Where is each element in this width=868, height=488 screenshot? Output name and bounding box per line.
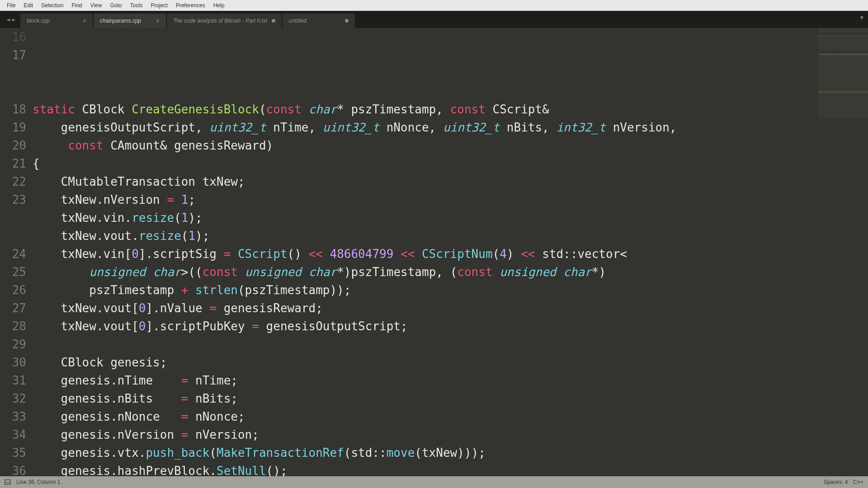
- code-line[interactable]: [33, 82, 814, 100]
- menu-view[interactable]: View: [86, 1, 106, 10]
- code-line[interactable]: txNew.vin[0].scriptSig = CScript() << 48…: [33, 245, 814, 263]
- line-number: 23: [4, 191, 26, 209]
- menu-goto[interactable]: Goto: [106, 1, 126, 10]
- menu-edit[interactable]: Edit: [19, 1, 37, 10]
- code-line[interactable]: const CAmount& genesisReward): [33, 136, 814, 155]
- dirty-indicator-icon: [345, 19, 349, 23]
- menu-tools[interactable]: Tools: [126, 1, 147, 10]
- line-number-gutter: 1617181920212223242526272829303132333435…: [0, 28, 33, 476]
- code-line[interactable]: [33, 335, 814, 353]
- dirty-indicator-icon: [272, 19, 275, 23]
- tab-chainparams-cpp[interactable]: chainparams.cpp×: [94, 14, 166, 28]
- line-number: 35: [4, 444, 26, 462]
- code-line[interactable]: static CBlock CreateGenesisBlock(const c…: [33, 100, 814, 118]
- code-line[interactable]: genesis.nVersion = nVersion;: [33, 426, 814, 444]
- line-number: 30: [4, 353, 26, 371]
- menu-preferences[interactable]: Preferences: [172, 1, 209, 10]
- code-line[interactable]: txNew.nVersion = 1;: [33, 191, 814, 209]
- menu-selection[interactable]: Selection: [37, 1, 67, 10]
- svg-rect-0: [5, 480, 10, 485]
- code-line[interactable]: pszTimestamp + strlen(pszTimestamp));: [33, 281, 814, 299]
- code-line[interactable]: genesis.nNonce = nNonce;: [33, 408, 814, 426]
- close-tab-icon[interactable]: ×: [83, 17, 86, 24]
- tab-label: The code analysis of Bitcoin - Part II.t…: [173, 18, 267, 24]
- tab-bar: ◄ ► block.cpp×chainparams.cpp×The code a…: [0, 11, 868, 28]
- status-language[interactable]: C++: [853, 479, 863, 485]
- line-number: 34: [4, 426, 26, 444]
- menu-bar: FileEditSelectionFindViewGotoToolsProjec…: [0, 0, 868, 11]
- line-number: [4, 227, 26, 245]
- close-tab-icon[interactable]: ×: [156, 17, 160, 24]
- line-number: 21: [4, 155, 26, 173]
- tab-nav-arrows[interactable]: ◄ ►: [2, 11, 20, 28]
- line-number: [4, 209, 26, 227]
- line-number: 33: [4, 408, 26, 426]
- line-number: 20: [4, 136, 26, 155]
- line-number: 25: [4, 263, 26, 281]
- tab-the-code-analysis-of-bitcoin-part-ii-txt[interactable]: The code analysis of Bitcoin - Part II.t…: [167, 14, 282, 28]
- code-line[interactable]: txNew.vin.resize(1);: [33, 209, 814, 227]
- tab-overflow-icon[interactable]: ▼: [860, 14, 863, 21]
- code-line[interactable]: genesis.nTime = nTime;: [33, 371, 814, 389]
- code-line[interactable]: CMutableTransaction txNew;: [33, 173, 814, 191]
- menu-file[interactable]: File: [3, 1, 19, 10]
- nav-forward-icon[interactable]: ►: [11, 16, 16, 23]
- line-number: 27: [4, 299, 26, 317]
- status-cursor-position: Line 36, Column 1: [16, 479, 60, 485]
- code-line[interactable]: genesis.hashPrevBlock.SetNull();: [33, 462, 814, 476]
- line-number: 17: [4, 46, 26, 64]
- nav-back-icon[interactable]: ◄: [5, 16, 11, 23]
- tab-label: chainparams.cpp: [100, 18, 141, 24]
- code-line[interactable]: genesis.vtx.push_back(MakeTransactionRef…: [33, 444, 814, 462]
- line-number: [4, 82, 26, 100]
- minimap[interactable]: [818, 28, 868, 118]
- status-indentation[interactable]: Spaces: 4: [824, 479, 848, 485]
- line-number: 28: [4, 317, 26, 335]
- code-line[interactable]: unsigned char>((const unsigned char*)psz…: [33, 263, 814, 281]
- tab-untitled[interactable]: untitled: [283, 14, 355, 28]
- tab-label: untitled: [289, 18, 307, 24]
- line-number: 31: [4, 371, 26, 389]
- line-number: 19: [4, 118, 26, 136]
- code-line[interactable]: txNew.vout[0].nValue = genesisReward;: [33, 299, 814, 317]
- code-line[interactable]: {: [33, 155, 814, 173]
- line-number: 22: [4, 173, 26, 191]
- code-line[interactable]: txNew.vout[0].scriptPubKey = genesisOutp…: [33, 317, 814, 335]
- line-number: 16: [4, 28, 26, 46]
- line-number: 36: [4, 462, 26, 476]
- panel-switch-icon[interactable]: [5, 479, 11, 485]
- code-line[interactable]: CBlock genesis;: [33, 353, 814, 371]
- editor[interactable]: 1617181920212223242526272829303132333435…: [0, 28, 868, 476]
- tab-block-cpp[interactable]: block.cpp×: [20, 14, 93, 28]
- line-number: 18: [4, 100, 26, 118]
- code-line[interactable]: genesis.nBits = nBits;: [33, 389, 814, 408]
- menu-project[interactable]: Project: [147, 1, 172, 10]
- line-number: 29: [4, 335, 26, 353]
- menu-help[interactable]: Help: [209, 1, 229, 10]
- menu-find[interactable]: Find: [67, 1, 86, 10]
- line-number: [4, 64, 26, 82]
- code-line[interactable]: genesisOutputScript, uint32_t nTime, uin…: [33, 118, 814, 136]
- code-area[interactable]: static CBlock CreateGenesisBlock(const c…: [33, 28, 868, 476]
- line-number: 24: [4, 245, 26, 263]
- line-number: 32: [4, 389, 26, 408]
- status-bar: Line 36, Column 1 Spaces: 4 C++: [0, 476, 868, 488]
- code-line[interactable]: txNew.vout.resize(1);: [33, 227, 814, 245]
- line-number: 26: [4, 281, 26, 299]
- tab-label: block.cpp: [27, 18, 50, 24]
